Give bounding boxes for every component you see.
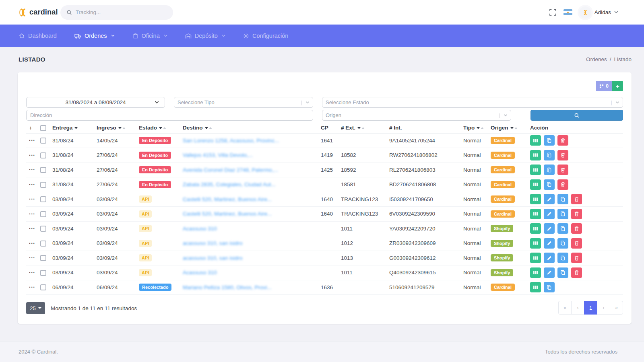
copy-button[interactable] bbox=[557, 209, 568, 219]
destino-link[interactable]: Castelli 520, Martinez, Buenos Aire... bbox=[183, 211, 272, 217]
edit-button[interactable] bbox=[544, 238, 555, 249]
row-expand-button[interactable]: ··· bbox=[29, 225, 35, 232]
nav-item-ordenes[interactable]: Ordenes bbox=[74, 33, 115, 39]
scan-button[interactable] bbox=[530, 209, 541, 219]
header-tipo[interactable]: Tipo bbox=[460, 123, 488, 133]
scan-button[interactable] bbox=[530, 135, 541, 146]
selection-counter-button[interactable]: 0 bbox=[596, 81, 612, 91]
row-checkbox[interactable] bbox=[40, 241, 46, 247]
scan-button[interactable] bbox=[530, 282, 541, 292]
add-order-button[interactable]: + bbox=[612, 81, 623, 91]
destino-link[interactable]: Acassuso 310 bbox=[183, 269, 217, 276]
select-all-header[interactable] bbox=[37, 123, 50, 133]
header-int[interactable]: # Int. bbox=[386, 123, 460, 133]
delete-button[interactable] bbox=[571, 194, 582, 204]
search-button[interactable] bbox=[530, 110, 623, 121]
copy-button[interactable] bbox=[557, 223, 568, 234]
user-menu[interactable]: Adidas bbox=[579, 6, 618, 19]
scan-button[interactable] bbox=[530, 150, 541, 160]
fullscreen-icon[interactable] bbox=[549, 8, 557, 16]
edit-button[interactable] bbox=[544, 253, 555, 263]
destino-link[interactable]: acassuso 310, san isidro bbox=[183, 255, 243, 261]
edit-button[interactable] bbox=[544, 223, 555, 234]
copy-button[interactable] bbox=[544, 179, 555, 190]
pagination-control[interactable]: « bbox=[558, 301, 572, 315]
row-checkbox[interactable] bbox=[40, 255, 46, 261]
tipo-select[interactable]: Seleccione Tipo | bbox=[174, 97, 313, 108]
row-checkbox[interactable] bbox=[40, 211, 46, 217]
destino-link[interactable]: Mariano Pelliza 1580, Olivos, Provi... bbox=[183, 284, 272, 290]
scan-button[interactable] bbox=[530, 267, 541, 278]
destino-link[interactable]: Avenida Coronel Diaz 2748, Palermo,... bbox=[183, 167, 278, 173]
nav-item-deposito[interactable]: Depósito bbox=[185, 33, 225, 39]
copy-button[interactable] bbox=[557, 194, 568, 204]
pagination-page-current[interactable]: 1 bbox=[584, 301, 597, 315]
delete-button[interactable] bbox=[571, 253, 582, 263]
delete-button[interactable] bbox=[557, 165, 568, 175]
edit-button[interactable] bbox=[544, 194, 555, 204]
nav-item-configuracion[interactable]: Configuración bbox=[243, 33, 288, 39]
scan-button[interactable] bbox=[530, 179, 541, 190]
nav-item-oficina[interactable]: Oficina bbox=[132, 33, 167, 39]
estado-select[interactable]: Seleccione Estado | bbox=[322, 97, 623, 108]
copy-button[interactable] bbox=[557, 253, 568, 263]
row-expand-button[interactable]: ··· bbox=[29, 181, 35, 188]
scan-button[interactable] bbox=[530, 223, 541, 234]
pagination-control[interactable]: ‹ bbox=[571, 301, 584, 315]
header-ext[interactable]: # Ext. bbox=[338, 123, 386, 133]
destino-link[interactable]: Zabala 2835, Colegiales, Ciudad Aut... bbox=[183, 181, 275, 187]
brand-logo[interactable]: cardinal bbox=[19, 8, 58, 17]
pagination-control[interactable]: › bbox=[597, 301, 610, 315]
delete-button[interactable] bbox=[571, 238, 582, 249]
argentina-flag-icon[interactable] bbox=[564, 9, 572, 15]
destino-link[interactable]: San Lorenzo 1258, Acassuso, Provinc... bbox=[183, 138, 279, 144]
row-expand-button[interactable]: ··· bbox=[29, 152, 35, 158]
header-cp[interactable]: CP bbox=[318, 123, 338, 133]
copy-button[interactable] bbox=[544, 282, 555, 292]
row-expand-button[interactable]: ··· bbox=[29, 269, 35, 276]
breadcrumb-parent[interactable]: Ordenes bbox=[586, 56, 607, 62]
header-origen[interactable]: Origen bbox=[488, 123, 527, 133]
tracking-search[interactable] bbox=[60, 5, 173, 20]
row-expand-button[interactable]: ··· bbox=[29, 255, 35, 261]
header-entrega[interactable]: Entrega bbox=[50, 123, 94, 133]
delete-button[interactable] bbox=[557, 150, 568, 160]
row-checkbox[interactable] bbox=[40, 167, 46, 173]
nav-item-dashboard[interactable]: Dashboard bbox=[19, 33, 57, 39]
copy-button[interactable] bbox=[544, 165, 555, 175]
copy-button[interactable] bbox=[544, 150, 555, 160]
search-input[interactable] bbox=[76, 9, 164, 15]
direccion-input[interactable] bbox=[27, 110, 313, 120]
row-expand-button[interactable]: ··· bbox=[29, 284, 35, 290]
row-expand-button[interactable]: ··· bbox=[29, 211, 35, 217]
delete-button[interactable] bbox=[571, 209, 582, 219]
row-checkbox[interactable] bbox=[40, 226, 46, 232]
copy-button[interactable] bbox=[557, 238, 568, 249]
date-range-select[interactable]: 31/08/2024 a 08/09/2024 bbox=[26, 97, 165, 108]
scan-button[interactable] bbox=[530, 165, 541, 175]
pagination-control[interactable]: » bbox=[610, 301, 623, 315]
delete-button[interactable] bbox=[557, 135, 568, 146]
row-checkbox[interactable] bbox=[40, 152, 46, 158]
scan-button[interactable] bbox=[530, 194, 541, 204]
row-expand-button[interactable]: ··· bbox=[29, 196, 35, 202]
copy-button[interactable] bbox=[544, 135, 555, 146]
header-ingreso[interactable]: Ingreso bbox=[94, 123, 136, 133]
delete-button[interactable] bbox=[571, 223, 582, 234]
destino-link[interactable]: Vallejos 4153, Villa Devoto,... bbox=[183, 152, 253, 158]
expand-all-header[interactable]: + bbox=[26, 123, 37, 133]
destino-link[interactable]: Castelli 520, Martinez, Buenos Aire... bbox=[183, 196, 272, 202]
delete-button[interactable] bbox=[571, 267, 582, 278]
edit-button[interactable] bbox=[544, 209, 555, 219]
destino-link[interactable]: Acassuso 310 bbox=[183, 226, 217, 232]
edit-button[interactable] bbox=[544, 267, 555, 278]
origen-select[interactable]: Origen | bbox=[322, 110, 511, 121]
header-destino[interactable]: Destino bbox=[180, 123, 318, 133]
row-expand-button[interactable]: ··· bbox=[29, 167, 35, 173]
row-checkbox[interactable] bbox=[40, 284, 46, 290]
delete-button[interactable] bbox=[557, 179, 568, 190]
scan-button[interactable] bbox=[530, 238, 541, 249]
row-expand-button[interactable]: ··· bbox=[29, 240, 35, 247]
select-all-checkbox[interactable] bbox=[40, 125, 46, 131]
destino-link[interactable]: acassuso 310, san isidro bbox=[183, 240, 243, 246]
